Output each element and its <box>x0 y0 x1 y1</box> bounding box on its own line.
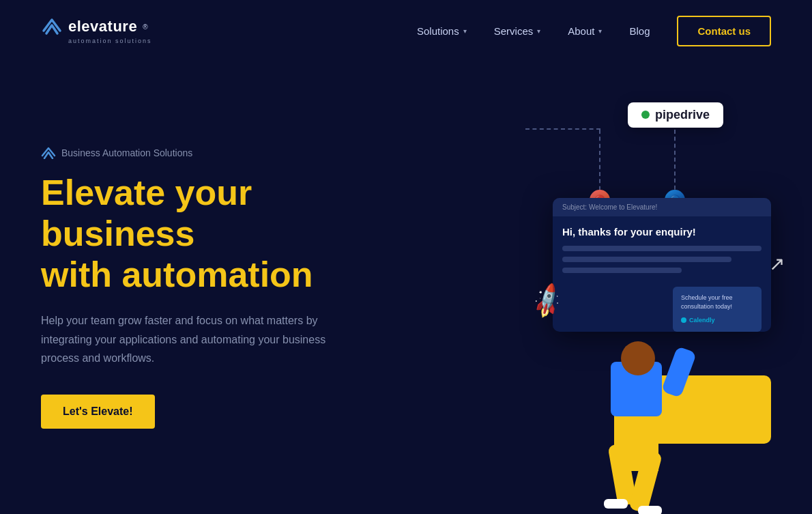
nav-item-solutions[interactable]: Solutions ▾ <box>417 25 467 37</box>
nav-item-contact[interactable]: Contact us <box>677 16 771 46</box>
char-head <box>621 341 655 375</box>
logo-icon <box>41 17 63 36</box>
email-line-2 <box>562 257 731 262</box>
pipedrive-label: pipedrive <box>655 108 710 122</box>
hero-badge: Business Automation Solutions <box>41 147 396 159</box>
chevron-down-icon: ▾ <box>537 27 540 35</box>
hero-illustration: pipedrive 🔴 🔵 ✉️ Subject: Welcome to Ele… <box>389 75 812 485</box>
nav-link-solutions[interactable]: Solutions ▾ <box>417 25 467 37</box>
logo[interactable]: elevature® automation solutions <box>41 17 152 44</box>
navbar: elevature® automation solutions Solution… <box>0 0 812 61</box>
nav-links: Solutions ▾ Services ▾ About ▾ Blog Cont… <box>417 16 771 46</box>
email-line-3 <box>562 268 682 273</box>
logo-tagline: automation solutions <box>41 38 152 44</box>
nav-item-blog[interactable]: Blog <box>629 25 650 37</box>
nav-link-blog[interactable]: Blog <box>629 25 650 37</box>
nav-link-services[interactable]: Services ▾ <box>494 25 541 37</box>
pipedrive-badge: pipedrive <box>628 102 723 128</box>
logo-trademark: ® <box>143 23 147 31</box>
cta-button[interactable]: Let's Elevate! <box>41 395 155 429</box>
char-shoe-right <box>638 506 662 515</box>
chevron-down-icon: ▾ <box>463 27 467 35</box>
pipedrive-dot <box>641 111 650 119</box>
logo-wordmark: elevature <box>68 18 137 35</box>
chevron-down-icon: ▾ <box>598 27 602 35</box>
character-illustration <box>587 280 696 471</box>
hero-content: Business Automation Solutions Elevate yo… <box>41 147 396 429</box>
flow-line-horizontal <box>525 128 600 130</box>
nav-item-about[interactable]: About ▾ <box>568 25 602 37</box>
nav-item-services[interactable]: Services ▾ <box>494 25 541 37</box>
hero-section: Business Automation Solutions Elevate yo… <box>0 61 812 514</box>
hero-description: Help your team grow faster and focus on … <box>41 311 328 367</box>
nav-link-about[interactable]: About ▾ <box>568 25 602 37</box>
cursor-icon: ↗ <box>769 253 785 275</box>
contact-button[interactable]: Contact us <box>677 16 771 46</box>
email-greeting: Hi, thanks for your enquiry! <box>562 226 762 238</box>
char-shoe-left <box>604 499 628 509</box>
email-card-body: Hi, thanks for your enquiry! Schedule yo… <box>553 216 771 288</box>
email-card-header: Subject: Welcome to Elevature! <box>553 198 771 216</box>
hero-title: Elevate your business with automation <box>41 173 396 295</box>
badge-icon <box>41 147 56 159</box>
email-line-1 <box>562 246 762 251</box>
char-arm <box>661 345 697 397</box>
